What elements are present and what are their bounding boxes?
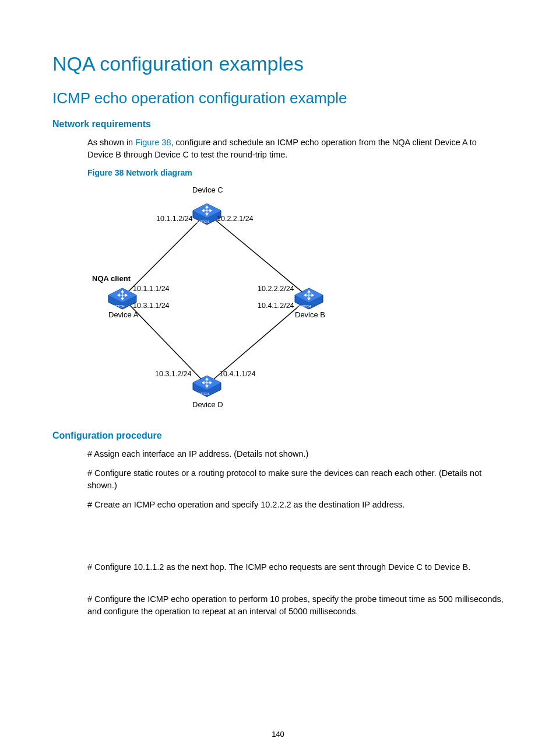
label-device-d: Device D (192, 400, 223, 409)
label-device-c: Device C (192, 186, 223, 194)
intro-pre: As shown in (87, 138, 135, 147)
ip-b-bot: 10.4.1.2/24 (258, 302, 294, 310)
procedure-block: # Assign each interface an IP address. (… (87, 448, 504, 618)
figure-caption: Figure 38 Network diagram (87, 168, 504, 177)
ip-a-bot: 10.3.1.1/24 (133, 302, 170, 310)
proc-step-3: # Create an ICMP echo operation and spec… (87, 499, 504, 511)
ip-a-top: 10.1.1.1/24 (133, 285, 170, 293)
figure-link[interactable]: Figure 38 (135, 138, 171, 147)
svg-text:SWITCH: SWITCH (297, 304, 311, 308)
svg-text:SWITCH: SWITCH (195, 392, 209, 396)
proc-step-2: # Configure static routes or a routing p… (87, 467, 504, 492)
proc-step-1: # Assign each interface an IP address. (… (87, 448, 504, 460)
ip-ad: 10.3.1.2/24 (155, 370, 192, 378)
proc-step-5: # Configure the ICMP echo operation to p… (87, 593, 504, 618)
svg-text:SWITCH: SWITCH (195, 220, 209, 223)
intro-paragraph: As shown in Figure 38, configure and sch… (87, 136, 504, 161)
intro-block: As shown in Figure 38, configure and sch… (87, 136, 504, 420)
heading-1: NQA configuration examples (52, 52, 504, 75)
page: NQA configuration examples ICMP echo ope… (0, 0, 556, 756)
network-diagram: SWITCH SWITCH (87, 181, 356, 420)
label-device-b: Device B (295, 310, 325, 319)
ip-cb: 10.2.2.1/24 (217, 215, 254, 223)
ip-ac: 10.1.1.2/24 (156, 215, 193, 223)
label-device-a: Device A (108, 310, 138, 319)
heading-2: ICMP echo operation configuration exampl… (52, 89, 504, 107)
ip-db: 10.4.1.1/24 (219, 370, 256, 378)
heading-configuration-procedure: Configuration procedure (52, 430, 504, 441)
proc-step-4: # Configure 10.1.1.2 as the next hop. Th… (87, 561, 504, 573)
heading-network-requirements: Network requirements (52, 119, 504, 130)
ip-b-top: 10.2.2.2/24 (258, 285, 294, 293)
page-number: 140 (0, 730, 556, 738)
svg-text:SWITCH: SWITCH (111, 304, 125, 308)
label-nqa-client: NQA client (92, 274, 131, 283)
